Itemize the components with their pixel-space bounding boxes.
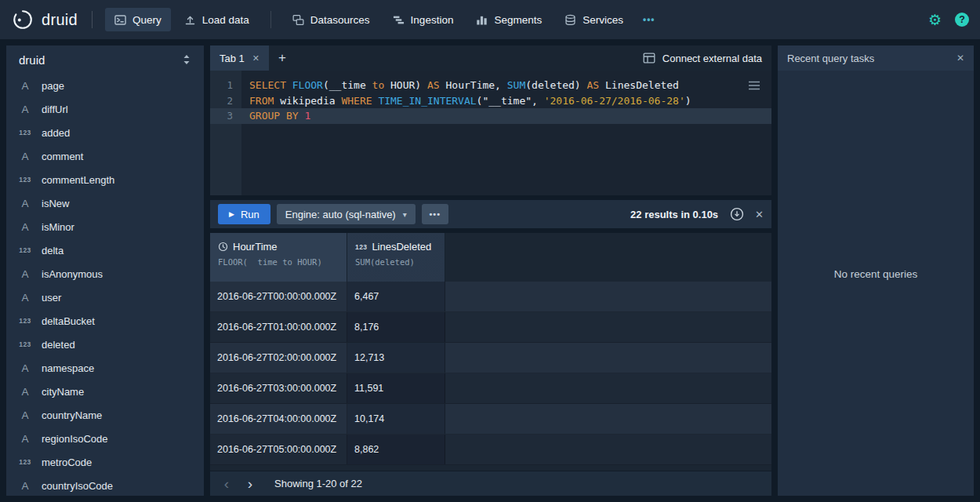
code-line: FROM wikipedia WHERE TIME_IN_INTERVAL("_…	[241, 95, 691, 107]
sidebar-column-deltaBucket[interactable]: 123deltaBucket	[6, 309, 204, 333]
table-cell[interactable]: 6,467	[347, 282, 445, 311]
sidebar-column-delta[interactable]: 123delta	[6, 238, 204, 262]
sidebar-column-countryIsoCode[interactable]: AcountryIsoCode	[6, 474, 204, 496]
datasources-icon	[292, 14, 304, 26]
table-row: 2016-06-27T05:00:00.000Z8,862	[210, 435, 771, 465]
editor-menu-icon[interactable]	[748, 80, 760, 91]
next-page-icon[interactable]: ›	[240, 474, 260, 494]
sidebar-column-commentLength[interactable]: 123commentLength	[6, 168, 204, 191]
table-row: 2016-06-27T02:00:00.000Z12,713	[210, 343, 771, 373]
numeric-icon: 123	[355, 243, 367, 251]
double-caret-sort-icon[interactable]	[182, 54, 191, 65]
close-panel-icon[interactable]: ✕	[956, 53, 964, 64]
table-cell[interactable]: 2016-06-27T00:00:00.000Z	[210, 282, 347, 311]
table-cell[interactable]: 8,176	[347, 312, 445, 342]
nav-item-load-data[interactable]: Load data	[175, 8, 259, 31]
close-results-icon[interactable]: ✕	[755, 209, 764, 220]
table-cell[interactable]: 11,591	[347, 373, 445, 403]
tab-label: Tab 1	[220, 53, 245, 64]
table-cell[interactable]: 2016-06-27T03:00:00.000Z	[210, 373, 347, 403]
nav-item-services[interactable]: Services	[555, 8, 633, 31]
ingestion-icon	[393, 14, 405, 26]
nav-item-datasources[interactable]: Datasources	[283, 8, 379, 31]
nav-item-ingestion[interactable]: Ingestion	[383, 8, 463, 31]
sidebar-column-diffUrl[interactable]: AdiffUrl	[6, 97, 204, 121]
nav-item-label: Load data	[202, 14, 249, 26]
table-cell[interactable]: 2016-06-27T04:00:00.000Z	[210, 404, 347, 434]
line-number: 2	[210, 95, 241, 107]
engine-label: Engine: auto (sql-native)	[285, 209, 396, 220]
tab-close-icon[interactable]: ✕	[252, 53, 260, 64]
settings-gear-icon[interactable]: ⚙	[928, 13, 942, 27]
sidebar-column-page[interactable]: Apage	[6, 74, 204, 97]
table-cell[interactable]: 10,174	[347, 404, 445, 434]
download-results-icon[interactable]	[730, 207, 744, 221]
column-name: delta	[42, 245, 64, 256]
results-table-header: HourTimeFLOOR(__time to HOUR)123LinesDel…	[210, 233, 771, 282]
content: druid ApageAdiffUrl123addedAcomment123co…	[6, 45, 974, 496]
table-cell[interactable]: 2016-06-27T02:00:00.000Z	[210, 343, 347, 373]
engine-select[interactable]: Engine: auto (sql-native) ▾	[277, 204, 416, 224]
sidebar-column-metroCode[interactable]: 123metroCode	[6, 450, 204, 474]
sidebar-column-added[interactable]: 123added	[6, 121, 204, 144]
external-data-grid-icon	[643, 52, 655, 64]
table-cell[interactable]: 12,713	[347, 343, 445, 373]
run-label: Run	[241, 209, 260, 220]
column-name: comment	[42, 151, 83, 162]
nav-item-segments[interactable]: Segments	[466, 8, 551, 31]
table-row: 2016-06-27T03:00:00.000Z11,591	[210, 373, 771, 404]
sidebar-column-isAnonymous[interactable]: AisAnonymous	[6, 262, 204, 286]
string-type-icon: A	[16, 480, 34, 492]
run-bar: ▶ Run Engine: auto (sql-native) ▾ ••• 22…	[210, 200, 771, 228]
new-tab-button[interactable]: +	[269, 45, 296, 71]
nav-item-more[interactable]: •••	[637, 8, 662, 31]
string-type-icon: A	[16, 433, 34, 445]
column-name: added	[42, 127, 70, 139]
editor-line: 1SELECT FLOOR(__time to HOUR) AS HourTim…	[210, 78, 771, 93]
nav-item-query[interactable]: Query	[105, 8, 171, 31]
string-type-icon: A	[16, 104, 34, 115]
run-button[interactable]: ▶ Run	[218, 204, 270, 224]
sidebar-column-deleted[interactable]: 123deleted	[6, 333, 204, 356]
sidebar-column-regionIsoCode[interactable]: AregionIsoCode	[6, 427, 204, 450]
column-header-LinesDeleted[interactable]: 123LinesDeletedSUM(deleted)	[347, 233, 445, 282]
tab-bar: Tab 1 ✕ + Connect external data	[210, 45, 771, 71]
help-icon[interactable]: ?	[955, 13, 969, 27]
navbar-divider	[92, 11, 93, 28]
string-type-icon: A	[16, 292, 34, 304]
query-more-button[interactable]: •••	[422, 204, 448, 224]
table-cell[interactable]: 2016-06-27T05:00:00.000Z	[210, 435, 347, 464]
row-filler	[445, 282, 771, 311]
no-queries-text: No recent queries	[834, 268, 918, 280]
connect-external-data-button[interactable]: Connect external data	[643, 52, 771, 64]
numeric-type-icon: 123	[16, 458, 34, 466]
segments-icon	[476, 14, 488, 26]
query-view: Tab 1 ✕ + Connect external data 1SELECT …	[210, 45, 771, 496]
sidebar-column-isNew[interactable]: AisNew	[6, 191, 204, 215]
column-name: namespace	[42, 362, 94, 374]
sidebar-column-namespace[interactable]: Anamespace	[6, 356, 204, 380]
column-name: countryIsoCode	[42, 480, 113, 492]
sidebar-column-cityName[interactable]: AcityName	[6, 380, 204, 403]
tab-1[interactable]: Tab 1 ✕	[210, 45, 269, 71]
table-row: 2016-06-27T01:00:00.000Z8,176	[210, 312, 771, 343]
string-type-icon: A	[16, 198, 34, 209]
pagination-bar: ‹ › Showing 1-20 of 22	[210, 471, 771, 496]
column-name: deleted	[42, 339, 75, 351]
table-row: 2016-06-27T00:00:00.000Z6,467	[210, 282, 771, 312]
sql-editor[interactable]: 1SELECT FLOOR(__time to HOUR) AS HourTim…	[210, 71, 771, 195]
prev-page-icon[interactable]: ‹	[216, 474, 237, 494]
sidebar-column-countryName[interactable]: AcountryName	[6, 403, 204, 427]
table-cell[interactable]: 8,862	[347, 435, 445, 464]
brand[interactable]: druid	[11, 8, 78, 31]
column-header-HourTime[interactable]: HourTimeFLOOR(__time to HOUR)	[210, 233, 347, 282]
sidebar-column-user[interactable]: Auser	[6, 286, 204, 309]
tasks-panel-header: Recent query tasks ✕	[778, 45, 974, 71]
table-cell[interactable]: 2016-06-27T01:00:00.000Z	[210, 312, 347, 342]
tasks-panel-title: Recent query tasks	[787, 53, 874, 64]
druid-console: druid QueryLoad dataDatasourcesIngestion…	[0, 0, 980, 502]
row-filler	[445, 373, 771, 403]
column-name: deltaBucket	[42, 315, 95, 327]
sidebar-column-comment[interactable]: Acomment	[6, 144, 204, 168]
sidebar-column-isMinor[interactable]: AisMinor	[6, 215, 204, 238]
